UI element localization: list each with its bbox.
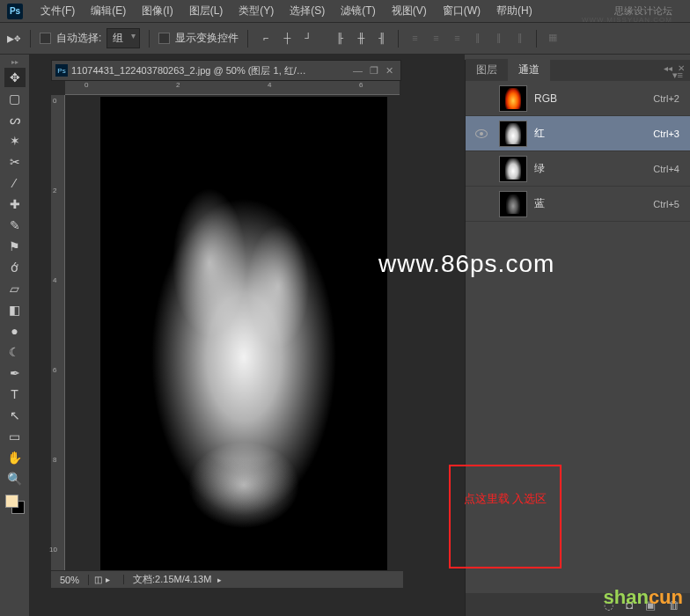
status-icon[interactable]: ▸: [106, 575, 110, 584]
panel-footer: ◌ ◘ ▣ 🗑: [466, 593, 690, 616]
auto-select-checkbox[interactable]: [40, 33, 51, 44]
menu-image[interactable]: 图像(I): [135, 1, 180, 21]
canvas[interactable]: [100, 97, 387, 570]
ruler-tick: 0: [53, 97, 56, 105]
move-tool-icon[interactable]: ✥: [4, 68, 26, 87]
tab-channels[interactable]: 通道: [508, 59, 550, 81]
align-hcenter-icon[interactable]: ╫: [352, 30, 370, 46]
ruler-tick: 10: [49, 546, 57, 554]
eyedropper-tool-icon[interactable]: ⁄: [4, 173, 26, 193]
auto-align-icon[interactable]: ▦: [544, 30, 562, 46]
pen-tool-icon[interactable]: ✒: [4, 363, 26, 383]
channel-name: RGB: [534, 92, 653, 105]
maximize-icon[interactable]: ❐: [370, 65, 378, 77]
panel-close-icon[interactable]: ✕: [678, 63, 685, 73]
tab-layers[interactable]: 图层: [466, 59, 508, 81]
hand-tool-icon[interactable]: ✋: [4, 448, 26, 467]
app-logo-icon: Ps: [7, 4, 23, 19]
gradient-tool-icon[interactable]: ◧: [4, 300, 26, 319]
align-left-icon[interactable]: ╟: [331, 30, 349, 46]
distribute-4-icon[interactable]: ‖: [469, 30, 487, 46]
shape-tool-icon[interactable]: ▭: [4, 427, 26, 446]
channel-row-rgb[interactable]: RGB Ctrl+2: [466, 81, 690, 116]
menu-filter[interactable]: 滤镜(T): [334, 1, 382, 21]
divider: [149, 30, 150, 48]
channel-name: 蓝: [534, 196, 653, 211]
type-tool-icon[interactable]: T: [4, 385, 26, 404]
document-tab[interactable]: Ps 11074431_122403780263_2.jpg @ 50% (图层…: [51, 60, 401, 81]
distribute-5-icon[interactable]: ‖: [490, 30, 508, 46]
minimize-icon[interactable]: —: [353, 65, 363, 77]
ruler-tick: 2: [53, 187, 56, 194]
marquee-tool-icon[interactable]: ▢: [4, 89, 26, 108]
status-icon[interactable]: ◫: [94, 575, 102, 584]
menu-type[interactable]: 类型(Y): [231, 1, 281, 21]
brand-url: WWW.MISSYUAN.COM: [582, 16, 672, 24]
blur-tool-icon[interactable]: ●: [4, 321, 26, 341]
channel-row-red[interactable]: 红 Ctrl+3: [466, 116, 690, 151]
align-vcenter-icon[interactable]: ┼: [278, 30, 296, 46]
zoom-field[interactable]: 50%: [51, 575, 89, 585]
zoom-tool-icon[interactable]: 🔍: [4, 469, 26, 488]
ruler-tick: 6: [53, 366, 56, 374]
ruler-tick: 6: [359, 81, 363, 89]
save-selection-icon[interactable]: ◘: [626, 598, 633, 612]
channel-row-blue[interactable]: 蓝 Ctrl+5: [466, 187, 690, 222]
color-swatch[interactable]: [5, 495, 25, 514]
history-brush-tool-icon[interactable]: ớ: [4, 258, 26, 277]
align-right-icon[interactable]: ╢: [373, 30, 391, 46]
healing-tool-icon[interactable]: ✚: [4, 194, 26, 214]
divider: [247, 30, 248, 48]
move-tool-icon[interactable]: ▸✥: [7, 30, 21, 47]
distribute-6-icon[interactable]: ‖: [511, 30, 529, 46]
auto-select-label: 自动选择:: [56, 31, 101, 46]
magic-wand-tool-icon[interactable]: ✶: [4, 131, 26, 150]
channel-shortcut: Ctrl+3: [653, 128, 679, 139]
close-icon[interactable]: ✕: [385, 65, 393, 77]
divider: [536, 30, 537, 48]
menu-select[interactable]: 选择(S): [283, 1, 332, 21]
menu-window[interactable]: 窗口(W): [436, 1, 488, 21]
menu-file[interactable]: 文件(F): [33, 1, 82, 21]
channel-thumbnail: [499, 121, 527, 147]
new-channel-icon[interactable]: ▣: [645, 598, 656, 612]
distribute-1-icon[interactable]: ≡: [406, 30, 423, 46]
channel-list: RGB Ctrl+2 红 Ctrl+3 绿 Ctrl+4 蓝 Ctrl+5: [466, 81, 690, 593]
menu-view[interactable]: 视图(V): [385, 1, 434, 21]
menu-help[interactable]: 帮助(H): [489, 1, 540, 21]
auto-select-dropdown[interactable]: 组: [106, 28, 140, 48]
crop-tool-icon[interactable]: ✂: [4, 152, 26, 172]
align-icons-group: ⌐ ┼ ┘ ╟ ╫ ╢ ≡ ≡ ≡ ‖ ‖ ‖ ▦: [257, 30, 562, 48]
channel-row-green[interactable]: 绿 Ctrl+4: [466, 151, 690, 187]
path-tool-icon[interactable]: ↖: [4, 406, 26, 425]
brush-tool-icon[interactable]: ✎: [4, 216, 26, 235]
ruler-tick: 0: [84, 81, 88, 89]
canvas-image: [100, 97, 387, 570]
doc-info-label: 文档: [133, 574, 152, 584]
distribute-2-icon[interactable]: ≡: [427, 30, 444, 46]
align-bottom-icon[interactable]: ┘: [299, 30, 317, 46]
toolbox-expand-icon[interactable]: ▸▸: [3, 58, 27, 67]
doc-info[interactable]: 文档:2.15M/4.13M ▸: [124, 573, 231, 586]
panel-collapse-icon[interactable]: ◂◂: [664, 63, 672, 73]
eraser-tool-icon[interactable]: ▱: [4, 279, 26, 298]
channel-name: 绿: [534, 161, 653, 176]
channel-thumbnail: [499, 191, 527, 217]
menu-edit[interactable]: 编辑(E): [84, 1, 133, 21]
chevron-right-icon[interactable]: ▸: [217, 576, 222, 584]
align-top-icon[interactable]: ⌐: [257, 30, 275, 46]
foreground-color-icon[interactable]: [5, 495, 18, 508]
divider: [398, 30, 399, 48]
show-transform-checkbox[interactable]: [158, 33, 170, 44]
delete-channel-icon[interactable]: 🗑: [668, 598, 679, 612]
stamp-tool-icon[interactable]: ⚑: [4, 237, 26, 256]
menu-layer[interactable]: 图层(L): [182, 1, 231, 21]
workspace: ▸▸ ✥ ▢ ᔕ ✶ ✂ ⁄ ✚ ✎ ⚑ ớ ▱ ◧ ● ☾ ✒ T ↖ ▭ ✋…: [0, 55, 690, 616]
load-selection-icon[interactable]: ◌: [604, 598, 613, 612]
dodge-tool-icon[interactable]: ☾: [4, 342, 26, 362]
visibility-toggle[interactable]: [471, 129, 492, 138]
lasso-tool-icon[interactable]: ᔕ: [4, 110, 26, 129]
distribute-3-icon[interactable]: ≡: [448, 30, 466, 46]
ruler-tick: 4: [268, 81, 271, 89]
channel-name: 红: [534, 126, 653, 141]
